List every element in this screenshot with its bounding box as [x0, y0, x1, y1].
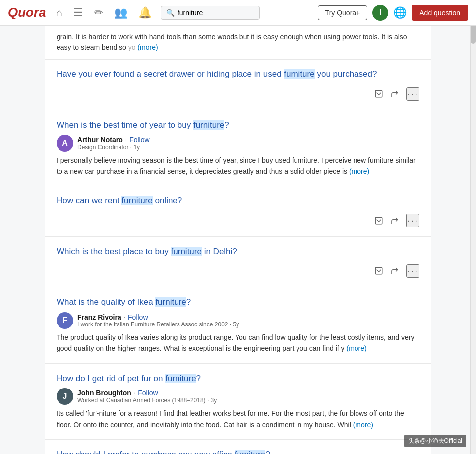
- follow-link[interactable]: Follow: [129, 136, 149, 144]
- svg-rect-0: [376, 91, 383, 98]
- author-name-row: Arthur Notaro·Follow: [77, 136, 150, 144]
- avatar[interactable]: I: [372, 5, 388, 21]
- author-row: AArthur Notaro·FollowDesign Coordinator …: [57, 135, 419, 152]
- add-question-button[interactable]: Add question: [412, 5, 468, 21]
- downvote-button[interactable]: [374, 264, 383, 278]
- svg-rect-1: [376, 217, 383, 224]
- author-info: Franz Rivoira·FollowI work for the Itali…: [77, 313, 239, 328]
- more-link[interactable]: (more): [346, 344, 366, 352]
- follow-link[interactable]: Follow: [128, 313, 148, 321]
- author-name-row: Franz Rivoira·Follow: [77, 313, 239, 321]
- question-title[interactable]: Have you ever found a secret drawer or h…: [57, 68, 419, 80]
- feed-item: How should I prefer to purchase any new …: [45, 440, 431, 454]
- search-input[interactable]: [178, 9, 247, 17]
- author-row: JJohn Broughton·FollowWorked at Canadian…: [57, 388, 419, 405]
- author-name[interactable]: Franz Rivoira: [77, 313, 121, 321]
- answer-text: I personally believe moving season is th…: [57, 155, 419, 177]
- question-title[interactable]: When is the best time of year to buy fur…: [57, 119, 419, 131]
- action-bar: ···: [57, 83, 419, 101]
- quora-logo[interactable]: Quora: [8, 5, 46, 20]
- question-title[interactable]: Which is the best place to buy furniture…: [57, 246, 419, 258]
- author-meta: Design Coordinator · 1y: [77, 144, 150, 151]
- navbar-right: Try Quora+ I 🌐 Add question: [318, 5, 468, 21]
- more-button[interactable]: ···: [406, 264, 419, 278]
- question-title[interactable]: How should I prefer to purchase any new …: [57, 449, 419, 454]
- author-meta: I work for the Italian Furniture Retaile…: [77, 321, 239, 328]
- feed-item: When is the best time of year to buy fur…: [45, 110, 431, 187]
- feed-container: Have you ever found a secret drawer or h…: [45, 59, 431, 454]
- feed-item: How can we rent furniture online?···: [45, 186, 431, 237]
- try-quora-button[interactable]: Try Quora+: [318, 5, 368, 20]
- search-bar[interactable]: 🔍: [161, 6, 260, 20]
- author-avatar[interactable]: J: [57, 388, 73, 405]
- more-button[interactable]: ···: [406, 214, 419, 227]
- intro-text-block: grain. It is harder to work with hand to…: [45, 26, 431, 59]
- navbar: Quora ⌂ ☰ ✏ 👥 🔔 🔍 Try Quora+ I 🌐 Add que…: [0, 0, 476, 26]
- author-meta: Worked at Canadian Armed Forces (1988–20…: [77, 397, 217, 404]
- author-row: FFranz Rivoira·FollowI work for the Ital…: [57, 312, 419, 329]
- downvote-button[interactable]: [374, 214, 383, 227]
- author-avatar[interactable]: F: [57, 312, 73, 329]
- author-avatar[interactable]: A: [57, 135, 73, 152]
- author-name-row: John Broughton·Follow: [77, 389, 217, 397]
- scrollbar-track[interactable]: [470, 0, 476, 454]
- more-link[interactable]: (more): [353, 421, 373, 429]
- follow-link[interactable]: Follow: [138, 389, 158, 397]
- author-name[interactable]: John Broughton: [77, 389, 131, 397]
- feed-icon[interactable]: ☰: [73, 6, 83, 19]
- author-name[interactable]: Arthur Notaro: [77, 136, 123, 144]
- home-icon[interactable]: ⌂: [56, 6, 62, 19]
- answer-text: Its called 'fur'-niture for a reason! I …: [57, 408, 419, 430]
- question-title[interactable]: What is the quality of Ikea furniture?: [57, 296, 419, 308]
- separator: ·: [124, 314, 125, 321]
- more-link[interactable]: (more): [349, 167, 369, 175]
- author-info: Arthur Notaro·FollowDesign Coordinator ·…: [77, 136, 150, 151]
- nav-icons: ⌂ ☰ ✏ 👥 🔔: [56, 6, 152, 19]
- share-button[interactable]: [390, 264, 399, 278]
- search-icon: 🔍: [166, 9, 175, 17]
- separator: ·: [134, 389, 135, 396]
- action-bar: ···: [57, 210, 419, 227]
- more-button[interactable]: ···: [406, 87, 419, 101]
- share-button[interactable]: [390, 214, 399, 227]
- svg-rect-2: [376, 268, 383, 275]
- globe-icon[interactable]: 🌐: [393, 6, 407, 19]
- question-title[interactable]: How can we rent furniture online?: [57, 195, 419, 207]
- question-title[interactable]: How do I get rid of pet fur on furniture…: [57, 373, 419, 385]
- intro-more-link[interactable]: (more): [137, 43, 158, 51]
- answer-text: The product quality of Ikea varies along…: [57, 332, 419, 354]
- people-icon[interactable]: 👥: [114, 6, 127, 19]
- intro-text: grain. It is harder to work with hand to…: [57, 33, 407, 51]
- feed-item: Have you ever found a secret drawer or h…: [45, 59, 431, 110]
- action-bar: ···: [57, 260, 419, 278]
- bell-icon[interactable]: 🔔: [138, 6, 152, 19]
- author-info: John Broughton·FollowWorked at Canadian …: [77, 389, 217, 404]
- feed-item: What is the quality of Ikea furniture?FF…: [45, 287, 431, 364]
- feed-item: How do I get rid of pet fur on furniture…: [45, 364, 431, 440]
- separator: ·: [125, 136, 127, 143]
- feed-item: Which is the best place to buy furniture…: [45, 237, 431, 287]
- share-button[interactable]: [390, 87, 399, 101]
- write-icon[interactable]: ✏: [94, 6, 103, 19]
- downvote-button[interactable]: [374, 87, 383, 101]
- main-content: grain. It is harder to work with hand to…: [45, 26, 431, 454]
